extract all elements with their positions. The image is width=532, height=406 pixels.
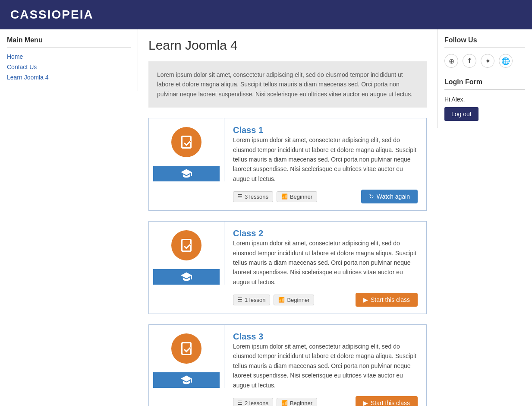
class-badges-1: ☰ 3 lessons 📶 Beginner (233, 191, 317, 202)
class-badges-2: ☰ 1 lesson 📶 Beginner (233, 295, 314, 305)
follow-us-title: Follow Us (444, 36, 525, 48)
list-icon-3: ☰ (238, 400, 242, 406)
sidebar-link-learn[interactable]: Learn Joomla 4 (7, 74, 49, 81)
sidebar-nav: Home Contact Us Learn Joomla 4 (7, 53, 131, 81)
class-card-2: Class 2 Lorem ipsum dolor sit amet, cons… (148, 221, 427, 314)
social-icons: ⊕ f ✦ 🌐 (444, 54, 525, 68)
login-form-title: Login Form (444, 78, 525, 90)
class-meta-row-1: ☰ 3 lessons 📶 Beginner ↻ Watch again (233, 190, 418, 203)
class-badges-3: ☰ 2 lessons 📶 Beginner (233, 398, 317, 406)
bar-icon-2: 📶 (278, 297, 285, 303)
intro-block: Lorem ipsum dolor sit amet, consectetur … (148, 61, 427, 108)
bar-icon-3: 📶 (281, 400, 288, 406)
class-icon-2 (171, 230, 201, 260)
graduation-icon-1 (180, 168, 193, 180)
main-menu-title: Main Menu (7, 36, 131, 48)
level-badge-3: 📶 Beginner (277, 398, 317, 406)
level-badge-2: 📶 Beginner (274, 295, 314, 305)
class-meta-row-2: ☰ 1 lesson 📶 Beginner ▶ Start this class (233, 293, 418, 307)
class-card-3: Class 3 Lorem ipsum dolor sit amet, cons… (148, 324, 427, 406)
class-title-2[interactable]: Class 2 (233, 228, 263, 238)
flickr-icon[interactable]: ✦ (481, 54, 494, 68)
sidebar-item-contact[interactable]: Contact Us (7, 63, 131, 70)
play-icon-2: ▶ (363, 296, 368, 303)
class-info-3: Class 3 Lorem ipsum dolor sit amet, cons… (224, 325, 426, 406)
refresh-icon-1: ↻ (369, 193, 374, 200)
sidebar-link-contact[interactable]: Contact Us (7, 63, 37, 70)
class-title-3[interactable]: Class 3 (233, 332, 263, 341)
start-class-button-3[interactable]: ▶ Start this class (356, 396, 418, 406)
class-info-1: Class 1 Lorem ipsum dolor sit amet, cons… (224, 118, 426, 210)
class-desc-1: Lorem ipsum dolor sit amet, consectetur … (233, 135, 418, 184)
class-thumbnail-3 (149, 325, 224, 388)
book-icon-2 (179, 238, 194, 253)
level-badge-1: 📶 Beginner (277, 191, 317, 202)
dribbble-icon[interactable]: ⊕ (444, 54, 458, 68)
graduation-bar-1 (153, 166, 220, 181)
graduation-bar-2 (153, 269, 220, 285)
list-icon-2: ☰ (238, 297, 242, 303)
sidebar-link-home[interactable]: Home (7, 53, 23, 60)
greeting-text: Hi Alex, (444, 96, 525, 103)
main-content: Learn Joomla 4 Lorem ipsum dolor sit ame… (138, 29, 437, 406)
graduation-icon-2 (180, 271, 193, 283)
class-title-1[interactable]: Class 1 (233, 125, 263, 135)
right-sidebar: Follow Us ⊕ f ✦ 🌐 Login Form Hi Alex, Lo… (437, 29, 532, 128)
logout-button[interactable]: Log out (444, 107, 478, 121)
page-title: Learn Joomla 4 (148, 38, 427, 53)
facebook-icon[interactable]: f (463, 54, 476, 68)
watch-again-button-1[interactable]: ↻ Watch again (361, 190, 418, 203)
class-card-1: Class 1 Lorem ipsum dolor sit amet, cons… (148, 118, 427, 211)
book-icon-3 (179, 341, 194, 356)
lessons-badge-1: ☰ 3 lessons (233, 191, 273, 202)
globe-icon[interactable]: 🌐 (499, 54, 513, 68)
book-icon (179, 134, 194, 150)
class-icon-1 (171, 127, 201, 157)
class-meta-row-3: ☰ 2 lessons 📶 Beginner ▶ Start this clas… (233, 396, 418, 406)
list-icon-1: ☰ (238, 193, 242, 200)
play-icon-3: ▶ (363, 400, 368, 406)
start-class-button-2[interactable]: ▶ Start this class (356, 293, 418, 307)
class-icon-3 (171, 333, 201, 364)
class-desc-3: Lorem ipsum dolor sit amet, consectetur … (233, 342, 418, 390)
class-info-2: Class 2 Lorem ipsum dolor sit amet, cons… (224, 222, 426, 314)
graduation-icon-3 (180, 374, 193, 386)
page-layout: Main Menu Home Contact Us Learn Joomla 4… (0, 29, 532, 406)
left-sidebar: Main Menu Home Contact Us Learn Joomla 4 (0, 29, 138, 91)
class-thumbnail-1 (149, 118, 224, 181)
bar-icon-1: 📶 (281, 193, 288, 200)
class-desc-2: Lorem ipsum dolor sit amet, consectetur … (233, 238, 418, 287)
lessons-badge-3: ☰ 2 lessons (233, 398, 273, 406)
intro-text: Lorem ipsum dolor sit amet, consectetur … (157, 70, 418, 99)
class-thumbnail-2 (149, 222, 224, 285)
header: CASSIOPEIA (0, 0, 532, 29)
site-title: CASSIOPEIA (10, 8, 94, 21)
graduation-bar-3 (153, 372, 220, 388)
sidebar-item-home[interactable]: Home (7, 53, 131, 60)
sidebar-item-learn[interactable]: Learn Joomla 4 (7, 74, 131, 81)
lessons-badge-2: ☰ 1 lesson (233, 295, 270, 305)
